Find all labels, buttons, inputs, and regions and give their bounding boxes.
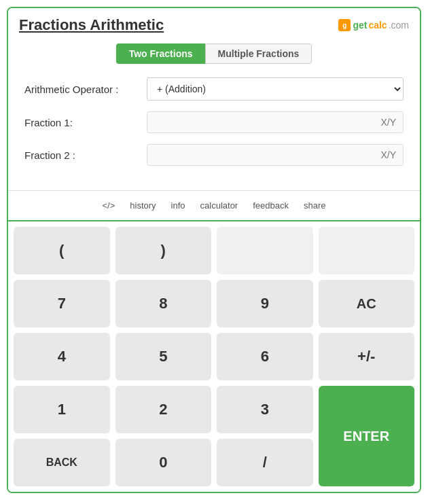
key-close-paren[interactable]: ) — [115, 227, 212, 274]
brand: g get calc .com — [338, 19, 409, 31]
form-area: Arithmetic Operator : + (Addition) - (Su… — [8, 71, 420, 190]
keypad-grid: ( ) 7 8 9 AC 4 5 6 +/- 1 2 3 ENTER BACK … — [14, 227, 414, 486]
brand-icon: g — [338, 19, 351, 31]
fraction2-input[interactable] — [147, 144, 404, 166]
operator-row: Arithmetic Operator : + (Addition) - (Su… — [24, 77, 404, 101]
fraction1-row: Fraction 1: — [24, 111, 404, 133]
brand-suffix: .com — [389, 20, 409, 31]
key-8[interactable]: 8 — [115, 280, 212, 327]
fraction2-label: Fraction 2 : — [24, 149, 147, 161]
key-0[interactable]: 0 — [115, 439, 212, 486]
toolbar-calculator[interactable]: calculator — [196, 198, 243, 213]
key-open-paren[interactable]: ( — [14, 227, 110, 274]
toolbar-history[interactable]: history — [126, 198, 160, 213]
key-6[interactable]: 6 — [217, 333, 313, 380]
key-slash[interactable]: / — [217, 439, 313, 486]
key-plusminus[interactable]: +/- — [319, 333, 415, 380]
operator-control: + (Addition) - (Subtraction) × (Multipli… — [147, 77, 404, 101]
key-7[interactable]: 7 — [14, 280, 110, 327]
brand-calc: calc — [368, 20, 387, 31]
key-9[interactable]: 9 — [217, 280, 313, 327]
fraction1-label: Fraction 1: — [24, 117, 147, 128]
key-ac[interactable]: AC — [319, 280, 415, 327]
fraction2-control — [147, 144, 404, 166]
header: Fractions Arithmetic g get calc .com — [8, 8, 420, 39]
key-2[interactable]: 2 — [115, 386, 212, 433]
operator-label: Arithmetic Operator : — [24, 84, 147, 95]
toolbar: </> history info calculator feedback sha… — [8, 190, 420, 220]
key-enter[interactable]: ENTER — [319, 386, 415, 486]
key-empty2 — [319, 227, 415, 274]
key-3[interactable]: 3 — [217, 386, 313, 433]
toolbar-embed[interactable]: </> — [99, 198, 120, 213]
key-5[interactable]: 5 — [115, 333, 212, 380]
key-4[interactable]: 4 — [14, 333, 110, 380]
keypad: ( ) 7 8 9 AC 4 5 6 +/- 1 2 3 ENTER BACK … — [8, 220, 420, 492]
brand-get: get — [353, 20, 367, 31]
key-empty1 — [217, 227, 313, 274]
page-title: Fractions Arithmetic — [19, 16, 164, 34]
toolbar-share[interactable]: share — [300, 198, 330, 213]
tab-multiple-fractions[interactable]: Multiple Fractions — [205, 43, 313, 64]
toolbar-feedback[interactable]: feedback — [249, 198, 293, 213]
toolbar-info[interactable]: info — [167, 198, 190, 213]
fraction2-row: Fraction 2 : — [24, 144, 404, 166]
fraction1-control — [147, 111, 404, 133]
fraction1-input[interactable] — [147, 111, 404, 133]
tab-two-fractions[interactable]: Two Fractions — [116, 43, 205, 64]
operator-select[interactable]: + (Addition) - (Subtraction) × (Multipli… — [147, 77, 404, 101]
main-container: Fractions Arithmetic g get calc .com Two… — [7, 7, 421, 493]
key-1[interactable]: 1 — [14, 386, 110, 433]
tabs-container: Two Fractions Multiple Fractions — [8, 39, 420, 71]
key-back[interactable]: BACK — [14, 439, 110, 486]
